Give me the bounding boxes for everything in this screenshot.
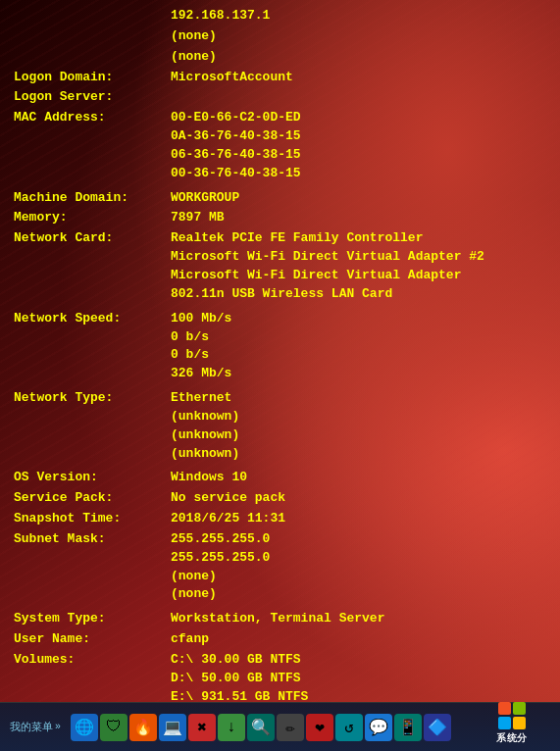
table-row: (none) bbox=[10, 47, 550, 68]
win-quad-yellow bbox=[513, 717, 526, 729]
table-row: Memory: 7897 MB bbox=[10, 208, 550, 228]
value-line: Realtek PCIe FE Family Controller bbox=[171, 229, 546, 248]
value-line: (none) bbox=[171, 48, 546, 67]
table-row: (none) bbox=[10, 26, 550, 47]
value-line: No service pack bbox=[171, 489, 546, 508]
row-values: (none) bbox=[167, 47, 550, 68]
table-row: Service Pack: No service pack bbox=[10, 488, 550, 509]
row-label: Logon Server: bbox=[10, 87, 167, 108]
win-text: 系统分 bbox=[496, 731, 528, 745]
value-line: 100 Mb/s bbox=[171, 310, 546, 328]
table-row: 192.168.137.1 bbox=[10, 6, 550, 26]
value-line: 192.168.137.1 bbox=[171, 7, 546, 25]
taskbar-icon-1[interactable]: 🛡 bbox=[100, 714, 127, 741]
value-line: Windows 10 bbox=[171, 469, 546, 487]
table-row: Machine Domain: WORKGROUP bbox=[10, 188, 550, 209]
row-label bbox=[10, 6, 167, 26]
table-row: Network Type: Ethernet(unknown)(unknown)… bbox=[10, 388, 550, 464]
value-line: 802.11n USB Wireless LAN Card bbox=[171, 285, 546, 304]
table-row: Logon Domain: MicrosoftAccount bbox=[10, 68, 550, 88]
value-line: WORKGROUP bbox=[171, 189, 546, 208]
windows-logo-area: 系统分 bbox=[468, 698, 556, 749]
taskbar-icon-4[interactable]: ✖ bbox=[188, 714, 216, 741]
row-label: User Name: bbox=[10, 629, 167, 650]
table-row: Network Card: Realtek PCIe FE Family Con… bbox=[10, 228, 550, 304]
value-line: 0A-36-76-40-38-15 bbox=[171, 127, 546, 146]
row-label: Network Card: bbox=[10, 228, 167, 304]
windows-logo bbox=[498, 702, 526, 729]
taskbar-icon-7[interactable]: ✏ bbox=[277, 714, 304, 741]
row-label: Logon Domain: bbox=[10, 68, 167, 88]
win-quad-blue bbox=[498, 717, 511, 729]
taskbar-icon-11[interactable]: 📱 bbox=[394, 714, 422, 741]
row-values: Ethernet(unknown)(unknown)(unknown) bbox=[167, 388, 550, 464]
row-label: OS Version: bbox=[10, 468, 167, 488]
row-label: Network Speed: bbox=[10, 309, 167, 384]
value-line: Ethernet bbox=[171, 389, 546, 408]
row-values bbox=[167, 87, 550, 108]
row-label bbox=[10, 47, 167, 68]
row-values: 255.255.255.0255.255.255.0(none)(none) bbox=[167, 529, 550, 605]
value-line: 0 b/s bbox=[171, 328, 546, 347]
table-row: User Name: cfanp bbox=[10, 629, 550, 650]
value-line: (unknown) bbox=[171, 445, 546, 464]
row-values: Windows 10 bbox=[167, 468, 550, 488]
taskbar-icon-10[interactable]: 💬 bbox=[365, 714, 392, 741]
value-line: (unknown) bbox=[171, 408, 546, 426]
row-label: System Type: bbox=[10, 609, 167, 629]
value-line: D:\ 50.00 GB NTFS bbox=[171, 670, 546, 688]
table-row: Subnet Mask: 255.255.255.0255.255.255.0(… bbox=[10, 529, 550, 605]
taskbar-icon-3[interactable]: 💻 bbox=[159, 714, 186, 741]
row-label: Snapshot Time: bbox=[10, 509, 167, 529]
row-values: cfanp bbox=[167, 629, 550, 650]
taskbar-icon-2[interactable]: 🔥 bbox=[129, 714, 157, 741]
value-line: 7897 MB bbox=[171, 209, 546, 227]
taskbar-icon-8[interactable]: ❤ bbox=[306, 714, 333, 741]
row-values: 00-E0-66-C2-0D-ED0A-36-76-40-38-1506-36-… bbox=[167, 108, 550, 183]
value-line: Workstation, Terminal Server bbox=[171, 610, 546, 628]
taskbar: 我的菜单 » 🌐🛡🔥💻✖↓🔍✏❤↺💬📱🔷 系统分 bbox=[0, 702, 560, 751]
value-line: (none) bbox=[171, 568, 546, 586]
row-label: Machine Domain: bbox=[10, 188, 167, 209]
info-table: 192.168.137.1 (none) (none) Logon Domain… bbox=[10, 6, 550, 702]
row-values: MicrosoftAccount bbox=[167, 68, 550, 88]
value-line: (none) bbox=[171, 27, 546, 46]
row-label: Network Type: bbox=[10, 388, 167, 464]
start-label[interactable]: 我的菜单 bbox=[10, 720, 53, 734]
value-line: 00-36-76-40-38-15 bbox=[171, 165, 546, 183]
table-row: Snapshot Time: 2018/6/25 11:31 bbox=[10, 509, 550, 529]
row-label: MAC Address: bbox=[10, 108, 167, 183]
row-label: Subnet Mask: bbox=[10, 529, 167, 605]
main-content: 192.168.137.1 (none) (none) Logon Domain… bbox=[0, 0, 560, 702]
value-line: 2018/6/25 11:31 bbox=[171, 510, 546, 528]
start-menu[interactable]: 我的菜单 » bbox=[4, 716, 67, 738]
table-row: OS Version: Windows 10 bbox=[10, 468, 550, 488]
value-line: Microsoft Wi-Fi Direct Virtual Adapter #… bbox=[171, 248, 546, 267]
value-line: C:\ 30.00 GB NTFS bbox=[171, 651, 546, 670]
row-label: Memory: bbox=[10, 208, 167, 228]
row-values: WORKGROUP bbox=[167, 188, 550, 209]
table-row: MAC Address: 00-E0-66-C2-0D-ED0A-36-76-4… bbox=[10, 108, 550, 183]
row-values: 100 Mb/s0 b/s0 b/s326 Mb/s bbox=[167, 309, 550, 384]
value-line: 326 Mb/s bbox=[171, 365, 546, 383]
table-row: System Type: Workstation, Terminal Serve… bbox=[10, 609, 550, 629]
row-values: 7897 MB bbox=[167, 208, 550, 228]
row-values: (none) bbox=[167, 26, 550, 47]
row-values: No service pack bbox=[167, 488, 550, 509]
value-line: 0 b/s bbox=[171, 346, 546, 365]
value-line: cfanp bbox=[171, 630, 546, 649]
taskbar-icon-9[interactable]: ↺ bbox=[335, 714, 363, 741]
table-row: Logon Server: bbox=[10, 87, 550, 108]
value-line: (unknown) bbox=[171, 426, 546, 445]
value-line: (none) bbox=[171, 585, 546, 604]
win-quad-red bbox=[498, 702, 511, 715]
taskbar-icon-5[interactable]: ↓ bbox=[218, 714, 245, 741]
start-arrow: » bbox=[55, 722, 61, 732]
value-line: 06-36-76-40-38-15 bbox=[171, 146, 546, 165]
row-label: Service Pack: bbox=[10, 488, 167, 509]
taskbar-icon-6[interactable]: 🔍 bbox=[247, 714, 275, 741]
taskbar-icon-12[interactable]: 🔷 bbox=[424, 714, 451, 741]
row-values: Workstation, Terminal Server bbox=[167, 609, 550, 629]
table-row: Network Speed: 100 Mb/s0 b/s0 b/s326 Mb/… bbox=[10, 309, 550, 384]
taskbar-icon-0[interactable]: 🌐 bbox=[71, 714, 98, 741]
